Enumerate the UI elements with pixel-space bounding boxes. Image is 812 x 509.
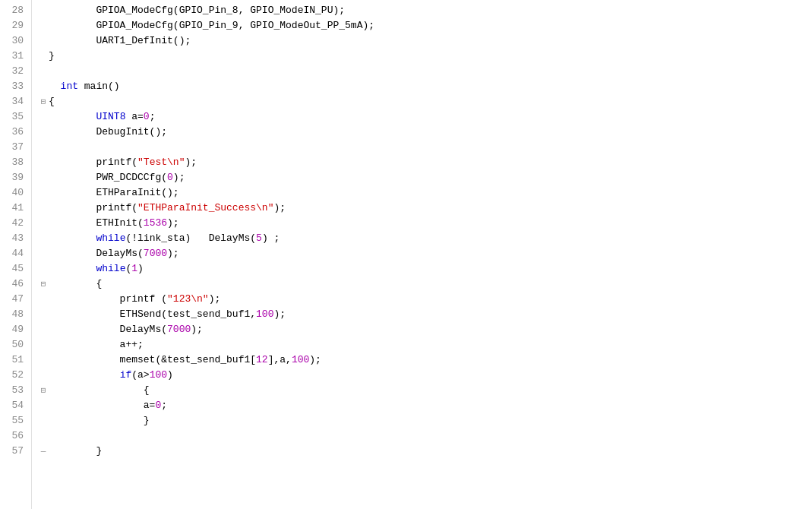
code-segment: "Test\n" xyxy=(137,156,185,168)
line-number: 34 xyxy=(0,94,27,109)
code-segment: 1536 xyxy=(144,217,167,229)
code-line: UINT8 a=0; xyxy=(38,109,812,125)
code-segment: ) xyxy=(167,369,173,381)
code-text: } xyxy=(49,49,812,64)
code-text: printf ("123\n"); xyxy=(49,292,812,307)
code-text: DebugInit(); xyxy=(49,125,812,140)
code-segment: ); xyxy=(173,172,185,183)
fold-gutter[interactable]: ⊟ xyxy=(38,383,49,398)
line-number: 55 xyxy=(0,413,27,428)
code-text: printf("ETHParaInit_Success\n"); xyxy=(49,201,812,216)
code-line: ⊟ { xyxy=(38,277,812,292)
code-segment: UINT8 xyxy=(96,111,125,122)
code-line: printf("Test\n"); xyxy=(38,155,812,170)
fold-gutter[interactable]: ⊟ xyxy=(38,94,49,109)
line-number: 57 xyxy=(0,444,27,459)
fold-gutter xyxy=(38,353,49,368)
line-number: 28 xyxy=(0,3,27,18)
code-line: DelayMs(7000); xyxy=(38,246,812,261)
code-line: ⊟{ xyxy=(38,94,812,109)
code-text: PWR_DCDCCfg(0); xyxy=(49,170,812,185)
code-segment: UART1_DefInit(); xyxy=(49,35,191,46)
code-text: ETHParaInit(); xyxy=(49,185,812,201)
code-segment: ); xyxy=(273,202,286,213)
code-line: a++; xyxy=(38,337,812,353)
code-line: DelayMs(7000); xyxy=(38,322,812,337)
code-segment: 5 xyxy=(256,232,262,244)
code-text: DelayMs(7000); xyxy=(49,246,812,261)
code-segment: ],a, xyxy=(268,354,292,365)
code-line: } xyxy=(38,49,812,64)
fold-gutter xyxy=(38,261,49,277)
fold-gutter xyxy=(38,246,49,261)
fold-gutter xyxy=(38,368,49,383)
code-segment: while xyxy=(96,232,125,244)
code-segment: ); xyxy=(273,308,286,320)
code-text: GPIOA_ModeCfg(GPIO_Pin_9, GPIO_ModeOut_P… xyxy=(49,18,812,33)
code-segment: ETHParaInit(); xyxy=(49,187,179,198)
line-number: 35 xyxy=(0,109,27,125)
code-segment: ); xyxy=(209,293,221,305)
line-number: 48 xyxy=(0,307,27,322)
code-segment: ); xyxy=(167,217,179,229)
fold-gutter xyxy=(38,109,49,125)
line-number: 50 xyxy=(0,337,27,353)
line-number: 47 xyxy=(0,292,27,307)
code-text: GPIOA_ModeCfg(GPIO_Pin_8, GPIO_ModeIN_PU… xyxy=(49,3,812,18)
code-line xyxy=(38,64,812,79)
code-text xyxy=(49,140,812,155)
code-segment: } xyxy=(49,415,150,426)
code-segment: { xyxy=(49,384,150,396)
code-segment: a++; xyxy=(49,339,144,350)
code-segment: 7000 xyxy=(167,324,191,335)
code-segment xyxy=(49,369,120,381)
line-number: 37 xyxy=(0,140,27,155)
fold-gutter[interactable]: — xyxy=(38,444,49,459)
code-text: while(1) xyxy=(49,261,812,277)
fold-gutter xyxy=(38,398,49,413)
code-segment: memset(&test_send_buf1[ xyxy=(49,354,256,365)
code-text: UINT8 a=0; xyxy=(49,109,812,125)
code-segment: { xyxy=(49,278,102,289)
code-line: ETHInit(1536); xyxy=(38,216,812,231)
code-text: ETHInit(1536); xyxy=(49,216,812,231)
line-number-gutter: 2829303132333435363738394041424344454647… xyxy=(0,0,32,509)
line-number: 56 xyxy=(0,428,27,444)
line-number: 41 xyxy=(0,201,27,216)
code-line: a=0; xyxy=(38,398,812,413)
code-segment: ) ; xyxy=(262,232,280,244)
code-text: if(a>100) xyxy=(49,368,812,383)
line-number: 46 xyxy=(0,277,27,292)
code-text: a=0; xyxy=(49,398,812,413)
code-line xyxy=(38,140,812,155)
code-line: } xyxy=(38,413,812,428)
code-line: GPIOA_ModeCfg(GPIO_Pin_9, GPIO_ModeOut_P… xyxy=(38,18,812,33)
code-segment: a= xyxy=(125,111,143,122)
code-line: PWR_DCDCCfg(0); xyxy=(38,170,812,185)
code-editor: 2829303132333435363738394041424344454647… xyxy=(0,0,812,509)
line-number: 38 xyxy=(0,155,27,170)
code-segment: DelayMs( xyxy=(49,324,167,335)
line-number: 42 xyxy=(0,216,27,231)
code-line xyxy=(38,428,812,444)
fold-gutter xyxy=(38,428,49,444)
code-segment: if xyxy=(120,369,132,381)
code-text: } xyxy=(49,444,812,459)
line-number: 32 xyxy=(0,64,27,79)
line-number: 33 xyxy=(0,79,27,94)
code-segment xyxy=(49,232,96,244)
fold-gutter xyxy=(38,170,49,185)
fold-gutter xyxy=(38,337,49,353)
fold-gutter xyxy=(38,231,49,246)
code-segment: ); xyxy=(167,248,179,259)
code-segment xyxy=(49,81,61,92)
code-segment: printf ( xyxy=(49,293,167,305)
code-segment: a= xyxy=(49,400,155,411)
code-text: while(!link_sta) DelayMs(5) ; xyxy=(49,231,812,246)
code-content[interactable]: GPIOA_ModeCfg(GPIO_Pin_8, GPIO_ModeIN_PU… xyxy=(32,0,812,509)
fold-gutter[interactable]: ⊟ xyxy=(38,277,49,292)
code-line: while(1) xyxy=(38,261,812,277)
code-segment: ); xyxy=(191,324,203,335)
code-segment: while xyxy=(96,263,125,274)
code-text xyxy=(49,64,812,79)
